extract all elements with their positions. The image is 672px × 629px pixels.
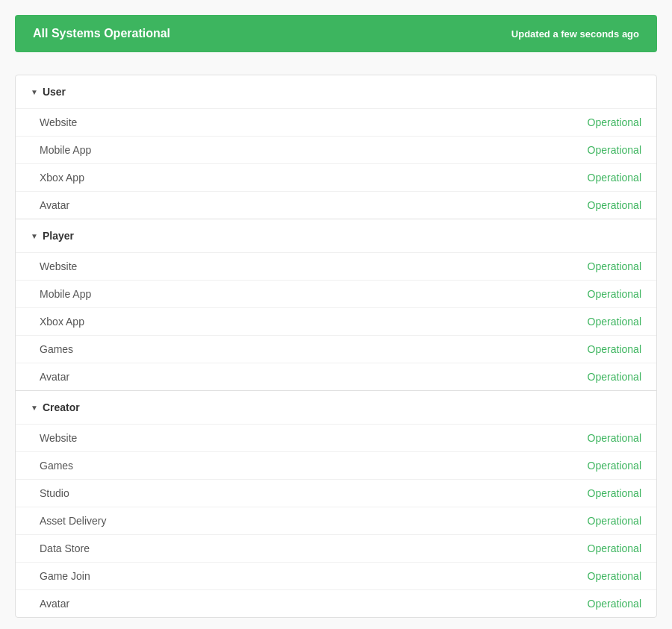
- service-name-player-0: Website: [40, 260, 77, 272]
- group-header-user[interactable]: ▼User: [16, 75, 656, 108]
- service-row-creator-0: WebsiteOperational: [16, 424, 656, 451]
- group-creator: ▼CreatorWebsiteOperationalGamesOperation…: [16, 391, 656, 617]
- service-status-creator-4: Operational: [588, 542, 641, 554]
- service-name-creator-2: Studio: [40, 487, 69, 499]
- service-status-creator-5: Operational: [588, 570, 641, 582]
- service-name-player-1: Mobile App: [40, 288, 91, 300]
- service-name-player-2: Xbox App: [40, 316, 84, 328]
- chevron-down-icon: ▼: [31, 404, 38, 412]
- group-label-creator: Creator: [43, 401, 80, 413]
- service-name-user-1: Mobile App: [40, 144, 91, 156]
- service-row-user-0: WebsiteOperational: [16, 108, 656, 136]
- service-row-user-2: Xbox AppOperational: [16, 163, 656, 191]
- service-row-user-1: Mobile AppOperational: [16, 136, 656, 163]
- systems-container: ▼UserWebsiteOperationalMobile AppOperati…: [15, 75, 657, 618]
- service-name-user-0: Website: [40, 116, 77, 128]
- service-status-user-0: Operational: [588, 116, 641, 128]
- service-name-user-3: Avatar: [40, 199, 69, 211]
- service-row-player-1: Mobile AppOperational: [16, 280, 656, 307]
- service-row-creator-4: Data StoreOperational: [16, 534, 656, 562]
- service-name-creator-1: Games: [40, 460, 73, 472]
- service-row-creator-3: Asset DeliveryOperational: [16, 507, 656, 534]
- group-player: ▼PlayerWebsiteOperationalMobile AppOpera…: [16, 219, 656, 391]
- service-row-player-3: GamesOperational: [16, 335, 656, 363]
- service-name-creator-0: Website: [40, 432, 77, 444]
- service-name-player-3: Games: [40, 343, 73, 355]
- service-row-player-2: Xbox AppOperational: [16, 307, 656, 335]
- service-name-creator-6: Avatar: [40, 598, 69, 610]
- service-status-creator-0: Operational: [588, 432, 641, 444]
- group-header-player[interactable]: ▼Player: [16, 219, 656, 252]
- group-header-creator[interactable]: ▼Creator: [16, 391, 656, 424]
- service-status-creator-1: Operational: [588, 460, 641, 472]
- status-banner-title: All Systems Operational: [33, 27, 170, 40]
- service-row-user-3: AvatarOperational: [16, 191, 656, 219]
- service-row-creator-2: StudioOperational: [16, 479, 656, 507]
- service-status-player-0: Operational: [588, 260, 641, 272]
- service-status-player-3: Operational: [588, 343, 641, 355]
- service-row-creator-1: GamesOperational: [16, 451, 656, 479]
- service-status-creator-6: Operational: [588, 598, 641, 610]
- service-status-player-4: Operational: [588, 371, 641, 383]
- service-name-creator-4: Data Store: [40, 542, 90, 554]
- service-row-player-0: WebsiteOperational: [16, 252, 656, 280]
- service-row-creator-6: AvatarOperational: [16, 589, 656, 617]
- group-label-user: User: [43, 86, 66, 98]
- service-name-user-2: Xbox App: [40, 172, 84, 184]
- chevron-down-icon: ▼: [31, 88, 38, 96]
- status-banner-updated: Updated a few seconds ago: [511, 28, 639, 40]
- page-wrapper: All Systems Operational Updated a few se…: [0, 0, 672, 629]
- service-status-player-2: Operational: [588, 316, 641, 328]
- service-row-player-4: AvatarOperational: [16, 363, 656, 390]
- service-row-creator-5: Game JoinOperational: [16, 562, 656, 589]
- group-user: ▼UserWebsiteOperationalMobile AppOperati…: [16, 75, 656, 219]
- service-name-creator-3: Asset Delivery: [40, 515, 106, 527]
- service-status-user-2: Operational: [588, 172, 641, 184]
- service-status-player-1: Operational: [588, 288, 641, 300]
- chevron-down-icon: ▼: [31, 232, 38, 240]
- group-label-player: Player: [43, 230, 74, 242]
- service-status-user-1: Operational: [588, 144, 641, 156]
- service-status-user-3: Operational: [588, 199, 641, 211]
- service-status-creator-2: Operational: [588, 487, 641, 499]
- service-name-creator-5: Game Join: [40, 570, 90, 582]
- service-status-creator-3: Operational: [588, 515, 641, 527]
- status-banner: All Systems Operational Updated a few se…: [15, 15, 657, 52]
- service-name-player-4: Avatar: [40, 371, 69, 383]
